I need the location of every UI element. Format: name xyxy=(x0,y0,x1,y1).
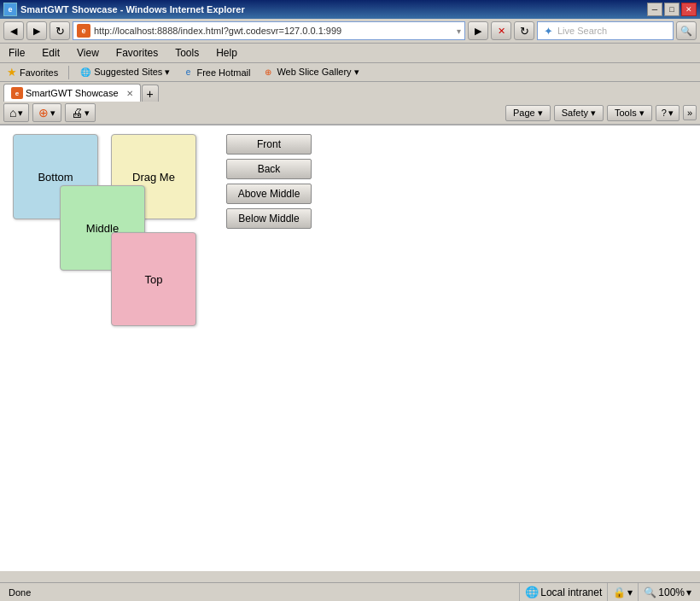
status-text: Done xyxy=(3,587,519,598)
zoom-panel[interactable]: 🔍 100% ▾ xyxy=(638,583,697,602)
search-go-button[interactable]: 🔍 xyxy=(676,21,697,40)
webslice-icon: ⊕ xyxy=(262,67,274,79)
address-bar: ◀ ▶ ↻ e http://localhost:8888/index.html… xyxy=(0,19,700,44)
tab-label: SmartGWT Showcase xyxy=(26,88,119,98)
home-icon: ⌂ xyxy=(9,106,16,120)
home-arrow: ▾ xyxy=(18,108,23,119)
safety-dropdown[interactable]: Safety ▾ xyxy=(554,105,604,121)
above-middle-button[interactable]: Above Middle xyxy=(226,184,312,204)
tools-dropdown[interactable]: Tools ▾ xyxy=(607,105,652,121)
menu-view[interactable]: View xyxy=(72,45,104,61)
help-button[interactable]: ? ▾ xyxy=(656,105,680,121)
favorites-button[interactable]: ★ Favorites xyxy=(3,65,61,79)
back-button[interactable]: Back xyxy=(226,159,312,179)
top-label: Top xyxy=(145,273,163,286)
security-arrow: ▾ xyxy=(627,586,633,598)
hotmail-label: Free Hotmail xyxy=(196,67,250,78)
demo-area: Bottom Drag Me Middle Top Front Back Abo… xyxy=(0,125,700,571)
search-box[interactable]: ✦ Live Search xyxy=(537,21,674,40)
tab-close-icon[interactable]: ✕ xyxy=(126,89,133,98)
refresh-button[interactable]: ↻ xyxy=(50,21,70,40)
minimize-button[interactable]: ─ xyxy=(647,3,662,16)
top-box[interactable]: Top xyxy=(111,232,196,326)
security-panel: 🔒 ▾ xyxy=(607,583,638,602)
menu-edit[interactable]: Edit xyxy=(37,45,65,61)
home-button[interactable]: ⌂ ▾ xyxy=(3,103,29,122)
below-middle-button[interactable]: Below Middle xyxy=(226,208,312,229)
star-icon: ★ xyxy=(7,66,17,79)
fav-separator-1 xyxy=(68,66,69,79)
zone-panel: 🌐 Local intranet xyxy=(519,583,607,602)
url-favicon: e xyxy=(77,24,90,38)
menu-tools[interactable]: Tools xyxy=(170,45,204,61)
back-button[interactable]: ◀ xyxy=(3,21,24,40)
tab-smartgwt[interactable]: e SmartGWT Showcase ✕ xyxy=(3,84,141,102)
zoom-label: 100% xyxy=(658,586,685,598)
free-hotmail[interactable]: e Free Hotmail xyxy=(178,66,254,79)
page-dropdown[interactable]: Page ▾ xyxy=(505,105,551,121)
feeds-button[interactable]: ⊕ ▾ xyxy=(32,103,61,122)
webslice-label: Web Slice Gallery ▾ xyxy=(277,67,359,78)
search-placeholder: Live Search xyxy=(557,26,607,36)
url-text: http://localhost:8888/index.html?gwt.cod… xyxy=(94,26,341,36)
favorites-bar: ★ Favorites 🌐 Suggested Sites ▾ e Free H… xyxy=(0,63,700,82)
navigate-button[interactable]: ▶ xyxy=(468,21,488,40)
window-title: SmartGWT Showcase - Windows Internet Exp… xyxy=(20,4,245,15)
toolbar-right: Page ▾ Safety ▾ Tools ▾ ? ▾ » xyxy=(505,105,697,121)
zone-icon: 🌐 xyxy=(525,586,539,598)
tab-favicon: e xyxy=(11,87,23,99)
help-icon: ? xyxy=(662,108,667,118)
title-bar: e SmartGWT Showcase - Windows Internet E… xyxy=(0,0,700,19)
zoom-icon: 🔍 xyxy=(644,586,656,598)
app-icon: e xyxy=(3,3,17,16)
toolbar-secondary: ⌂ ▾ ⊕ ▾ 🖨 ▾ Page ▾ Safety ▾ Tools ▾ ? ▾ … xyxy=(0,102,700,125)
menu-file[interactable]: File xyxy=(3,45,30,61)
search-ie-icon: ✦ xyxy=(541,24,555,38)
bottom-label: Bottom xyxy=(38,171,73,184)
more-button[interactable]: » xyxy=(683,105,697,120)
refresh2-button[interactable]: ↻ xyxy=(514,21,534,40)
feeds-icon: ⊕ xyxy=(38,106,49,120)
hotmail-icon: e xyxy=(182,67,194,79)
tab-bar: e SmartGWT Showcase ✕ + xyxy=(0,82,700,102)
menu-help[interactable]: Help xyxy=(211,45,242,61)
front-button[interactable]: Front xyxy=(226,134,312,155)
lock-icon: 🔒 xyxy=(613,586,626,598)
dragme-label: Drag Me xyxy=(132,171,175,184)
close-button[interactable]: ✕ xyxy=(681,3,697,16)
web-slice-gallery[interactable]: ⊕ Web Slice Gallery ▾ xyxy=(259,66,362,79)
print-icon: 🖨 xyxy=(71,106,83,120)
main-content: Bottom Drag Me Middle Top Front Back Abo… xyxy=(0,125,700,571)
forward-button[interactable]: ▶ xyxy=(26,21,47,40)
action-buttons: Front Back Above Middle Below Middle xyxy=(226,134,312,229)
help-arrow: ▾ xyxy=(668,108,674,119)
status-bar: Done 🌐 Local intranet 🔒 ▾ 🔍 100% ▾ xyxy=(0,582,700,601)
print-button[interactable]: 🖨 ▾ xyxy=(65,103,96,122)
stop-button[interactable]: ✕ xyxy=(491,21,511,40)
print-arrow: ▾ xyxy=(85,108,90,119)
zone-label: Local intranet xyxy=(540,586,602,598)
new-tab-button[interactable]: + xyxy=(142,85,159,102)
address-box[interactable]: e http://localhost:8888/index.html?gwt.c… xyxy=(73,21,465,40)
menu-favorites[interactable]: Favorites xyxy=(111,45,163,61)
favorites-label: Favorites xyxy=(20,67,58,78)
ie-icon: 🌐 xyxy=(79,67,91,79)
menu-bar: File Edit View Favorites Tools Help xyxy=(0,44,700,63)
window-controls: ─ □ ✕ xyxy=(647,3,697,16)
zoom-arrow: ▾ xyxy=(686,586,691,598)
suggested-label: Suggested Sites ▾ xyxy=(94,67,170,78)
maximize-button[interactable]: □ xyxy=(664,3,680,16)
feeds-arrow: ▾ xyxy=(50,108,55,119)
suggested-sites[interactable]: 🌐 Suggested Sites ▾ xyxy=(76,66,173,79)
